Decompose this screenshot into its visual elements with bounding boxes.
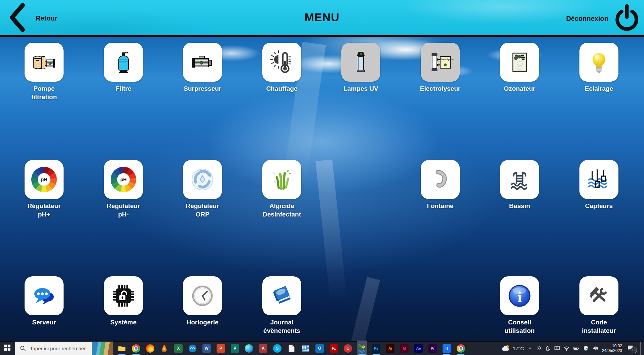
menu-tile-horlogerie[interactable]: Horlogerie <box>183 276 222 315</box>
menu-tile-surpresseur[interactable]: Surpresseur <box>183 43 222 82</box>
taskbar-app-skype[interactable]: S <box>273 342 281 355</box>
info-icon: i <box>507 283 532 309</box>
clock-icon <box>190 283 215 309</box>
menu-tile-label: Electrolyseur <box>400 84 481 93</box>
info-icon-letter: i <box>518 289 522 305</box>
taskbar-app-libreoffice[interactable] <box>287 342 296 355</box>
tray-volume-icon[interactable] <box>592 346 598 351</box>
taskbar-app-premiere[interactable]: Pr <box>428 342 437 355</box>
taskbar-app-fire[interactable] <box>160 342 168 355</box>
tray-security-shield-icon[interactable] <box>583 346 589 351</box>
taskbar-app-illustrator[interactable]: Ai <box>386 342 394 355</box>
search-icon <box>20 345 26 351</box>
menu-tile-label: Filtre <box>83 84 164 93</box>
pump-icon <box>31 49 57 75</box>
tray-usb-icon[interactable] <box>545 346 551 351</box>
filter-tank-icon <box>111 49 136 75</box>
menu-tile-lampes-uv[interactable]: Lampes UV <box>341 43 380 82</box>
menu-tile-label: Serveur <box>4 318 84 326</box>
notification-center-button[interactable]: 19 <box>627 345 633 352</box>
book-icon <box>269 283 295 309</box>
tray-expand-chevron-icon[interactable] <box>528 346 532 351</box>
menu-tile-fontaine[interactable]: Fontaine <box>421 160 460 199</box>
temperature-label: 17°C <box>513 346 524 351</box>
pool-control-app: Retour MENU Déconnexion <box>0 0 644 355</box>
ph-wheel-icon: pH <box>111 167 136 192</box>
menu-tile-ozonateur[interactable]: Ozonateur <box>500 43 539 82</box>
taskbar-app-indesign[interactable]: Id <box>400 342 409 355</box>
menu-tile-capteurs[interactable]: Capteurs <box>579 160 618 199</box>
menu-tile-label: Lampes UV <box>320 84 401 93</box>
taskbar-app-after-effects[interactable]: Ae <box>414 342 423 355</box>
menu-tile-journal-evenements[interactable]: Journal évènements <box>262 276 301 315</box>
weather-widget[interactable]: 17°C <box>501 345 524 352</box>
menu-tile-pompe-filtration[interactable]: Pompe filtration <box>25 43 64 82</box>
taskbar-clock[interactable]: 10:32 24/05/2023 <box>602 344 622 353</box>
power-icon <box>614 3 639 34</box>
windows-taskbar: X W P P A S O Fz C <box>0 341 644 355</box>
menu-tile-label: Code installateur <box>559 318 639 335</box>
taskbar-app-outlook[interactable]: O <box>315 342 324 355</box>
show-desktop-button[interactable] <box>640 342 641 355</box>
light-bulb-icon <box>586 49 612 75</box>
menu-tile-filtre[interactable]: Filtre <box>104 43 143 82</box>
menu-tile-label: Bassin <box>479 202 560 210</box>
taskbar-app-pool-control[interactable] <box>358 342 366 355</box>
taskbar-apps: X W P P A S O Fz C <box>118 342 465 355</box>
taskbar-app-chrome-secondary[interactable] <box>457 342 465 355</box>
tray-battery-icon[interactable] <box>573 346 579 351</box>
menu-tile-label: Système <box>83 318 164 326</box>
taskbar-app-access[interactable]: A <box>259 342 267 355</box>
booster-pump-icon <box>190 49 215 75</box>
taskbar-app-publisher[interactable]: P <box>231 342 239 355</box>
tray-language-icon[interactable] <box>554 346 560 351</box>
menu-tile-label: Surpresseur <box>162 84 243 93</box>
taskbar-app-chrome[interactable] <box>132 342 140 355</box>
start-button[interactable] <box>0 342 15 355</box>
sensors-icon <box>586 167 612 192</box>
menu-tile-label: Capteurs <box>559 202 639 210</box>
taskbar-app-ccleaner[interactable]: C <box>344 342 352 355</box>
system-tray: 17°C <box>501 342 644 355</box>
light-ray <box>315 160 347 302</box>
menu-tile-regulateur-orp[interactable]: Régulateur ORP <box>183 160 222 199</box>
tray-meet-now-icon[interactable] <box>536 346 541 351</box>
taskbar-app-edge[interactable] <box>245 342 253 355</box>
menu-tile-eclairage[interactable]: Eclairage <box>579 43 618 82</box>
taskbar-app-openoffice[interactable] <box>188 342 197 355</box>
menu-tile-serveur[interactable]: Serveur <box>25 276 64 315</box>
menu-tile-label: Conseil utilisation <box>479 318 560 335</box>
menu-tile-electrolyseur[interactable]: Electrolyseur Electrolyseur <box>421 43 460 82</box>
menu-tile-code-installateur[interactable]: Code installateur <box>579 276 618 315</box>
taskbar-app-photoshop[interactable]: Ps <box>372 342 380 355</box>
menu-tile-algicide-desinfectant[interactable]: Algicide Desinfectant <box>262 160 301 199</box>
menu-tile-systeme[interactable]: Système <box>104 276 143 315</box>
search-highlight-image[interactable] <box>92 342 113 355</box>
taskbar-app-filezilla[interactable]: Fz <box>330 342 338 355</box>
menu-tile-label: Régulateur pH- <box>83 202 164 219</box>
logout-button[interactable]: Déconnexion <box>566 3 639 34</box>
taskbar-app-brackets[interactable]: [] <box>443 342 451 355</box>
notification-count-badge: 19 <box>631 347 637 353</box>
menu-tile-bassin[interactable]: Bassin <box>500 160 539 199</box>
menu-tile-regulateur-ph-plus[interactable]: pH Régulateur pH+ <box>25 160 64 199</box>
taskbar-search[interactable] <box>15 342 113 355</box>
taskbar-app-excel[interactable]: X <box>174 342 183 355</box>
menu-tile-conseil-utilisation[interactable]: i Conseil utilisation <box>500 276 539 315</box>
search-input[interactable] <box>29 345 88 352</box>
cloud-sun-icon <box>501 345 510 352</box>
taskbar-app-file-explorer[interactable] <box>118 342 126 355</box>
menu-tile-regulateur-ph-minus[interactable]: pH Régulateur pH- <box>104 160 143 199</box>
taskbar-app-firefox[interactable] <box>146 342 154 355</box>
electrolyzer-icon-label: Electrolyseur <box>440 58 451 61</box>
menu-tile-label: Journal évènements <box>241 318 322 335</box>
orp-recycle-drop-icon <box>190 167 215 192</box>
taskbar-app-word[interactable]: W <box>202 342 211 355</box>
taskbar-app-contacts[interactable] <box>301 342 310 355</box>
menu-tile-label: Fontaine <box>400 202 481 210</box>
electrolyzer-icon: Electrolyseur <box>427 49 453 75</box>
taskbar-app-powerpoint[interactable]: P <box>217 342 225 355</box>
date-label: 24/05/2023 <box>602 348 622 353</box>
menu-tile-chauffage[interactable]: Chauffage <box>262 43 301 82</box>
tray-wifi-icon[interactable] <box>564 346 570 351</box>
